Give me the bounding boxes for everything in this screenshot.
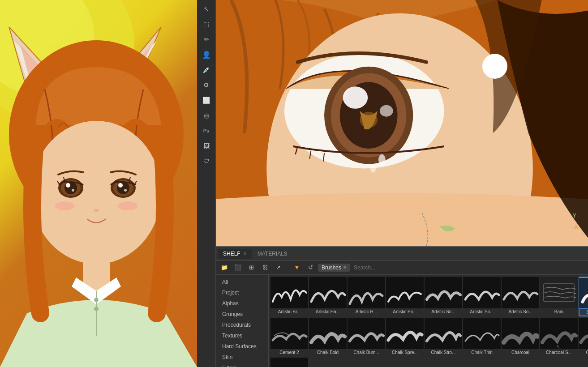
brush-tool-btn[interactable]: ✏: [198, 32, 215, 47]
brush-basic-hard[interactable]: Basic Hard: [579, 277, 588, 316]
category-alphas[interactable]: Alphas: [216, 298, 268, 309]
brush-preview-artistic-h: [348, 277, 385, 308]
brush-chalk-spread[interactable]: Chalk Spre...: [386, 317, 424, 356]
svg-rect-51: [425, 318, 462, 349]
brush-label: Artistic Br...: [278, 309, 301, 314]
brush-label: Charcoal: [511, 350, 529, 355]
brush-label: Chalk Stro...: [431, 350, 455, 355]
brush-preview-chalk-thin: [463, 318, 501, 349]
brush-preview-chalk-spread: [386, 318, 424, 349]
filter-btn[interactable]: ▼: [291, 262, 303, 273]
brush-label: Charcoal ...: [586, 350, 588, 355]
left-canvas: [0, 0, 197, 367]
brush-preview-chalk-bold: [309, 318, 347, 349]
main-viewport: Y | Z —X: [216, 0, 588, 246]
brush-label: Artistic So...: [470, 309, 494, 314]
shelf-tab-label: SHELF: [223, 251, 240, 257]
select-tool-btn[interactable]: ⬚: [198, 17, 215, 31]
svg-point-15: [55, 201, 75, 210]
brushes-tag-close[interactable]: ✕: [343, 265, 347, 270]
link-btn[interactable]: ⛓: [259, 262, 270, 273]
brush-label: Chalk Spre...: [392, 350, 418, 355]
brush-label: Artistic So...: [431, 309, 455, 314]
svg-text:—X: —X: [571, 223, 578, 230]
brush-bark[interactable]: Bark: [540, 277, 578, 316]
materials-tab[interactable]: MATERIALS: [252, 249, 293, 259]
brush-charcoal[interactable]: Charcoal: [502, 317, 539, 356]
brush-charcoal-extra[interactable]: Charcoal ...: [579, 317, 588, 356]
brush-label: Artistic So...: [508, 309, 532, 314]
category-grunges[interactable]: Grunges: [216, 309, 268, 320]
category-project[interactable]: Project: [216, 287, 268, 298]
brush-artistic-pri[interactable]: Artistic Pri...: [386, 277, 424, 316]
brush-charcoal-s[interactable]: 5_ Charcoal S...: [540, 317, 578, 356]
svg-rect-48: [309, 318, 347, 349]
category-textures[interactable]: Textures: [216, 330, 268, 341]
new-item-btn[interactable]: ⬛: [232, 262, 244, 273]
shelf-tab[interactable]: SHELF ✕: [218, 249, 252, 259]
brush-cement2[interactable]: Cement 2: [270, 317, 308, 356]
grid-view-btn[interactable]: ⊞: [245, 262, 257, 273]
brush-artistic-so1[interactable]: Artistic So...: [425, 277, 462, 316]
layer-tool-btn[interactable]: ◎: [198, 108, 215, 123]
svg-rect-35: [270, 277, 308, 308]
photo-tool-btn[interactable]: 🖼: [198, 139, 215, 153]
shelf-content: All Project Alphas Grunges Procedurals T…: [216, 275, 588, 367]
search-input[interactable]: [352, 264, 585, 272]
svg-rect-44: [579, 278, 588, 308]
svg-rect-56: [579, 318, 588, 349]
brush-chalk-thin[interactable]: Chalk Thin: [463, 317, 501, 356]
main-toolbar: ↖ ⬚ ✏ 👤 💉 ⚙ ⬜ ◎ Ps 🖼 🛡: [197, 0, 216, 367]
ps-tool-btn[interactable]: Ps: [198, 124, 215, 138]
brush-preview-artistic-so1: [425, 277, 462, 308]
brush-chalk-stro[interactable]: Chalk Stro...: [425, 317, 462, 356]
folder-btn[interactable]: 📁: [219, 262, 230, 273]
shelf-tab-close[interactable]: ✕: [243, 251, 247, 256]
brush-artistic-ha[interactable]: Artistic Ha...: [309, 277, 347, 316]
shelf-area: SHELF ✕ MATERIALS 📁 ⬛ ⊞ ⛓ ↗ ▼ ↺ Brushes …: [216, 246, 588, 367]
brush-preview-charcoal: [502, 318, 539, 349]
svg-point-29: [378, 154, 386, 165]
svg-point-8: [72, 189, 74, 192]
svg-rect-52: [463, 318, 501, 349]
brush-row3-1[interactable]: ...: [270, 357, 308, 367]
svg-point-30: [370, 165, 376, 173]
brush-label: Chalk Thin: [471, 350, 493, 355]
person-tool-btn[interactable]: 👤: [198, 47, 215, 62]
category-hard-surfaces[interactable]: Hard Surfaces: [216, 341, 268, 352]
brush-chalk-bump[interactable]: Chalk Bum...: [348, 317, 385, 356]
brush-preview-chalk-stro: [425, 318, 462, 349]
category-procedurals[interactable]: Procedurals: [216, 320, 268, 330]
brush-artistic-so3[interactable]: Artistic So...: [502, 277, 539, 316]
brush-label: Cement 2: [279, 350, 299, 355]
eyedropper-tool-btn[interactable]: 💉: [198, 63, 215, 77]
settings-tool-btn[interactable]: ⚙: [198, 78, 215, 92]
brush-preview-artistic-so2: [463, 277, 501, 308]
viewport-content: Y | Z —X: [216, 0, 588, 246]
brush-row-1: Artistic Br... Artistic Ha...: [270, 277, 586, 316]
shield-tool-btn[interactable]: 🛡: [198, 154, 215, 168]
cursor-tool-btn[interactable]: ↖: [198, 2, 215, 16]
svg-point-27: [380, 105, 393, 117]
brush-preview-basic-hard: [579, 277, 588, 309]
svg-point-6: [64, 182, 77, 194]
svg-point-7: [66, 183, 70, 188]
refresh-btn[interactable]: ↺: [305, 262, 316, 273]
svg-point-16: [118, 201, 137, 210]
brush-artistic-so2[interactable]: Artistic So...: [463, 277, 501, 316]
brush-label: Basic Hard: [587, 310, 588, 315]
rect-tool-btn[interactable]: ⬜: [198, 93, 215, 107]
export-btn[interactable]: ↗: [272, 262, 284, 273]
brushes-filter-tag: Brushes ✕: [318, 264, 350, 272]
brush-chalk-bold[interactable]: Chalk Bold: [309, 317, 347, 356]
brush-preview-cement2: [270, 318, 308, 349]
brush-artistic-br[interactable]: Artistic Br...: [270, 277, 308, 316]
brush-artistic-h[interactable]: Artistic H...: [348, 277, 385, 316]
brush-row-3: ...: [270, 357, 586, 367]
brush-preview-chalk-bump: [348, 318, 385, 349]
category-skin[interactable]: Skin: [216, 352, 268, 363]
category-all[interactable]: All: [216, 277, 268, 287]
brush-preview-charcoal-s: 5_: [540, 318, 578, 349]
brush-label: Chalk Bold: [317, 350, 339, 355]
category-filters[interactable]: Filters: [216, 363, 268, 367]
